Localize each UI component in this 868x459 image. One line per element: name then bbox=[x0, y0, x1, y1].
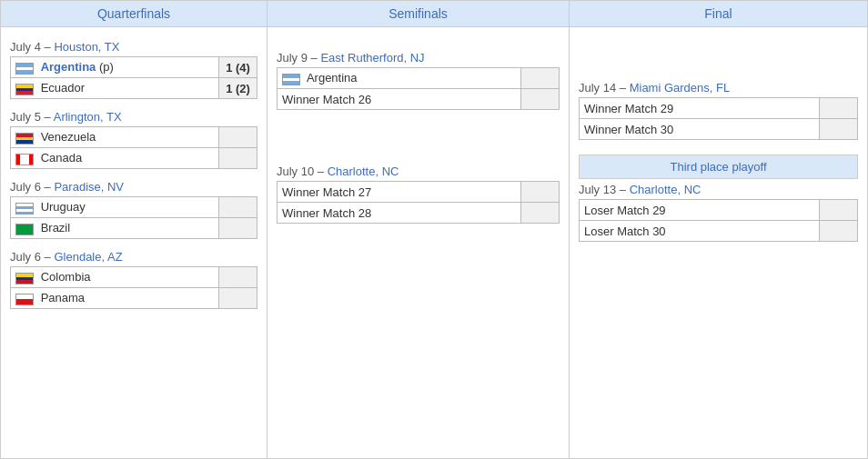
qf-m3-team2-cell: Brazil bbox=[11, 218, 219, 239]
sf-m1-team2-cell: Winner Match 26 bbox=[278, 89, 521, 110]
qf-m4-team1-name: Colombia bbox=[41, 270, 91, 284]
qf-match3-date-location: July 6 – Paradise, NV bbox=[10, 180, 257, 194]
final-match-date-location: July 14 – Miami Gardens, FL bbox=[579, 81, 858, 95]
table-row: Loser Match 30 bbox=[580, 221, 858, 242]
quarterfinals-panel: Quarterfinals July 4 – Houston, TX Argen… bbox=[1, 1, 267, 458]
table-row: Argentina (p) 1 (4) bbox=[11, 57, 257, 78]
sf-match1-date-location: July 9 – East Rutherford, NJ bbox=[277, 51, 560, 65]
qf-match3-table: Uruguay Brazil bbox=[10, 196, 257, 239]
third-place-table: Loser Match 29 Loser Match 30 bbox=[579, 199, 858, 242]
final-team2-cell: Winner Match 30 bbox=[580, 119, 820, 140]
qf-m4-team2-score bbox=[219, 288, 257, 309]
qf-m4-date: July 6 bbox=[10, 250, 41, 264]
argentina-flag bbox=[15, 63, 34, 75]
qf-m4-team2-name: Panama bbox=[41, 291, 85, 304]
uruguay-flag bbox=[15, 203, 34, 215]
qf-m1-team1-cell: Argentina (p) bbox=[11, 57, 219, 78]
final-team2-name: Winner Match 30 bbox=[584, 123, 673, 136]
qf-match2-date-location: July 5 – Arlington, TX bbox=[10, 110, 257, 124]
final-panel: Final July 14 – Miami Gardens, FL Winner… bbox=[570, 1, 867, 458]
qf-m2-team2-cell: Canada bbox=[11, 148, 219, 169]
table-row: Venezuela bbox=[11, 127, 257, 148]
table-row: Colombia bbox=[11, 267, 257, 288]
qf-m3-location: Paradise, NV bbox=[54, 180, 124, 194]
sf-m2-location: Charlotte, NC bbox=[328, 165, 399, 178]
qf-m2-team1-name: Venezuela bbox=[41, 130, 96, 144]
quarterfinals-header: Quarterfinals bbox=[1, 1, 267, 27]
qf-m1-date: July 4 bbox=[10, 40, 41, 54]
final-location: Miami Gardens, FL bbox=[630, 81, 731, 95]
semifinals-header: Semifinals bbox=[267, 1, 569, 27]
table-row: Argentina bbox=[278, 68, 560, 89]
qf-m4-location: Glendale, AZ bbox=[54, 250, 122, 264]
qf-match2-table: Venezuela Canada bbox=[10, 126, 257, 169]
sf-m2-team1-score bbox=[521, 182, 560, 203]
final-team1-name: Winner Match 29 bbox=[584, 102, 673, 115]
third-team1-score bbox=[820, 200, 858, 221]
colombia-flag bbox=[15, 273, 34, 284]
sf-m2-team1-cell: Winner Match 27 bbox=[278, 182, 521, 203]
qf-m4-team1-cell: Colombia bbox=[11, 267, 219, 288]
qf-m3-date: July 6 bbox=[10, 180, 41, 194]
qf-m1-team2-name: Ecuador bbox=[41, 81, 85, 95]
qf-m3-team1-cell: Uruguay bbox=[11, 197, 219, 218]
third-team2-score bbox=[820, 221, 858, 242]
qf-m1-team1-suffix: (p) bbox=[96, 60, 114, 74]
qf-m2-team2-score bbox=[219, 148, 257, 169]
ecuador-flag bbox=[15, 84, 34, 95]
sf-match2-date-location: July 10 – Charlotte, NC bbox=[277, 165, 560, 178]
qf-m1-location: Houston, TX bbox=[54, 40, 119, 54]
third-place-date-location: July 13 – Charlotte, NC bbox=[579, 183, 858, 196]
table-row: Canada bbox=[11, 148, 257, 169]
final-body: July 14 – Miami Gardens, FL Winner Match… bbox=[570, 27, 867, 458]
sf-m1-team2-score bbox=[521, 89, 560, 110]
final-team1-score bbox=[820, 98, 858, 119]
sf-m1-location: East Rutherford, NJ bbox=[320, 51, 424, 65]
qf-m3-team1-score bbox=[219, 197, 257, 218]
qf-m3-team2-score bbox=[219, 218, 257, 239]
quarterfinals-body: July 4 – Houston, TX Argentina (p) 1 (4)… bbox=[1, 27, 267, 458]
final-team1-cell: Winner Match 29 bbox=[580, 98, 820, 119]
table-row: Ecuador 1 (2) bbox=[11, 78, 257, 99]
sf-match2-table: Winner Match 27 Winner Match 28 bbox=[277, 181, 560, 224]
sf-m1-team2-name: Winner Match 26 bbox=[282, 93, 371, 106]
third-place-section: Third place playoff July 13 – Charlotte,… bbox=[579, 155, 858, 242]
semifinals-body: July 9 – East Rutherford, NJ Argentina W… bbox=[267, 27, 569, 458]
sf-m2-team2-name: Winner Match 28 bbox=[282, 206, 371, 220]
table-row: Panama bbox=[11, 288, 257, 309]
third-place-header: Third place playoff bbox=[579, 155, 858, 179]
final-team2-score bbox=[820, 119, 858, 140]
qf-m2-location: Arlington, TX bbox=[54, 110, 122, 124]
third-team1-cell: Loser Match 29 bbox=[580, 200, 820, 221]
table-row: Winner Match 27 bbox=[278, 182, 560, 203]
sf-match1-table: Argentina Winner Match 26 bbox=[277, 67, 560, 110]
sf-m2-team2-score bbox=[521, 203, 560, 224]
semifinals-panel: Semifinals July 9 – East Rutherford, NJ … bbox=[267, 1, 570, 458]
qf-match1-date-location: July 4 – Houston, TX bbox=[10, 40, 257, 54]
table-row: Brazil bbox=[11, 218, 257, 239]
table-row: Uruguay bbox=[11, 197, 257, 218]
qf-match4-table: Colombia Panama bbox=[10, 266, 257, 309]
qf-m1-team1-name: Argentina bbox=[41, 60, 96, 74]
qf-m4-team1-score bbox=[219, 267, 257, 288]
sf-m1-team1-score bbox=[521, 68, 560, 89]
canada-flag bbox=[15, 154, 34, 165]
sf-m2-team2-cell: Winner Match 28 bbox=[278, 203, 521, 224]
qf-m4-team2-cell: Panama bbox=[11, 288, 219, 309]
table-row: Winner Match 26 bbox=[278, 89, 560, 110]
qf-m3-team2-name: Brazil bbox=[41, 221, 71, 234]
sf-m2-team1-name: Winner Match 27 bbox=[282, 185, 371, 199]
table-row: Loser Match 29 bbox=[580, 200, 858, 221]
table-row: Winner Match 28 bbox=[278, 203, 560, 224]
qf-m2-date: July 5 bbox=[10, 110, 41, 124]
sf-argentina-flag bbox=[282, 74, 300, 85]
brazil-flag bbox=[15, 224, 34, 235]
table-row: Winner Match 29 bbox=[580, 98, 858, 119]
qf-m3-team1-name: Uruguay bbox=[41, 200, 86, 214]
qf-m2-team1-cell: Venezuela bbox=[11, 127, 219, 148]
third-team1-name: Loser Match 29 bbox=[584, 204, 666, 217]
qf-m1-team2-cell: Ecuador bbox=[11, 78, 219, 99]
third-place-location: Charlotte, NC bbox=[630, 183, 701, 196]
qf-m2-team1-score bbox=[219, 127, 257, 148]
venezuela-flag bbox=[15, 133, 34, 145]
